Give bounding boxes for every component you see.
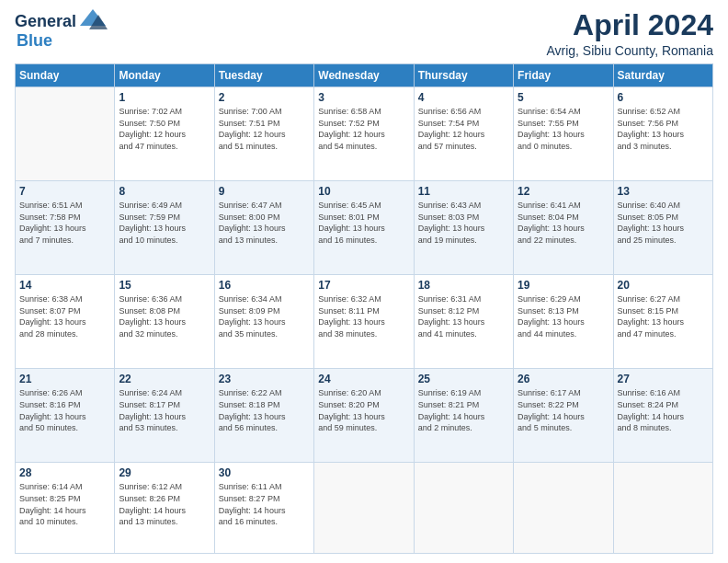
weekday-header-monday: Monday [115,64,214,87]
day-info: Sunrise: 6:34 AM Sunset: 8:09 PM Dayligh… [219,293,310,339]
day-info: Sunrise: 6:24 AM Sunset: 8:17 PM Dayligh… [119,387,210,433]
calendar-cell: 11Sunrise: 6:43 AM Sunset: 8:03 PM Dayli… [414,181,513,275]
day-info: Sunrise: 6:52 AM Sunset: 7:56 PM Dayligh… [618,106,709,152]
weekday-header-thursday: Thursday [414,64,513,87]
day-info: Sunrise: 6:51 AM Sunset: 7:58 PM Dayligh… [19,200,110,246]
day-info: Sunrise: 6:43 AM Sunset: 8:03 PM Dayligh… [418,200,509,246]
day-number: 15 [119,279,210,292]
calendar-cell: 12Sunrise: 6:41 AM Sunset: 8:04 PM Dayli… [514,181,613,275]
weekday-header-wednesday: Wednesday [314,64,414,87]
day-number: 28 [19,466,110,479]
day-number: 24 [318,373,409,385]
calendar-cell: 1Sunrise: 7:02 AM Sunset: 7:50 PM Daylig… [115,87,214,181]
weekday-header-sunday: Sunday [16,64,115,87]
calendar-cell: 18Sunrise: 6:31 AM Sunset: 8:12 PM Dayli… [414,275,513,369]
day-info: Sunrise: 6:16 AM Sunset: 8:24 PM Dayligh… [618,387,709,433]
calendar-week-row: 14Sunrise: 6:38 AM Sunset: 8:07 PM Dayli… [16,275,713,369]
calendar-cell [16,87,115,181]
page: General Blue April 2024 Avrig, Sibiu Cou… [0,0,728,563]
weekday-header-tuesday: Tuesday [214,64,313,87]
day-number: 2 [219,91,310,104]
calendar-cell: 13Sunrise: 6:40 AM Sunset: 8:05 PM Dayli… [613,181,712,275]
calendar-week-row: 28Sunrise: 6:14 AM Sunset: 8:25 PM Dayli… [16,463,713,554]
day-number: 11 [418,185,509,198]
calendar-cell: 6Sunrise: 6:52 AM Sunset: 7:56 PM Daylig… [613,87,712,181]
day-number: 9 [219,185,310,198]
day-info: Sunrise: 6:14 AM Sunset: 8:25 PM Dayligh… [19,481,110,527]
day-info: Sunrise: 6:26 AM Sunset: 8:16 PM Dayligh… [19,387,110,433]
day-info: Sunrise: 6:49 AM Sunset: 7:59 PM Dayligh… [119,200,210,246]
calendar-cell: 28Sunrise: 6:14 AM Sunset: 8:25 PM Dayli… [16,463,115,554]
day-info: Sunrise: 6:56 AM Sunset: 7:54 PM Dayligh… [418,106,509,152]
day-info: Sunrise: 6:20 AM Sunset: 8:20 PM Dayligh… [318,387,409,433]
day-number: 19 [518,279,609,292]
calendar-cell: 23Sunrise: 6:22 AM Sunset: 8:18 PM Dayli… [214,369,313,463]
calendar-cell: 10Sunrise: 6:45 AM Sunset: 8:01 PM Dayli… [314,181,414,275]
day-number: 6 [618,91,709,104]
weekday-header-friday: Friday [514,64,613,87]
logo-text: General [15,13,76,31]
logo-icon [78,7,108,33]
day-number: 26 [518,373,609,385]
day-number: 23 [219,373,310,385]
calendar-cell [314,463,414,554]
day-info: Sunrise: 6:11 AM Sunset: 8:27 PM Dayligh… [219,481,310,527]
day-info: Sunrise: 6:47 AM Sunset: 8:00 PM Dayligh… [219,200,310,246]
day-info: Sunrise: 6:45 AM Sunset: 8:01 PM Dayligh… [318,200,409,246]
day-number: 29 [119,466,210,479]
day-number: 21 [19,373,110,385]
day-info: Sunrise: 7:02 AM Sunset: 7:50 PM Dayligh… [119,106,210,152]
day-info: Sunrise: 6:32 AM Sunset: 8:11 PM Dayligh… [318,293,409,339]
calendar-cell: 30Sunrise: 6:11 AM Sunset: 8:27 PM Dayli… [214,463,313,554]
main-title: April 2024 [546,9,713,41]
calendar-cell: 15Sunrise: 6:36 AM Sunset: 8:08 PM Dayli… [115,275,214,369]
day-number: 22 [119,373,210,385]
day-info: Sunrise: 7:00 AM Sunset: 7:51 PM Dayligh… [219,106,310,152]
day-info: Sunrise: 6:29 AM Sunset: 8:13 PM Dayligh… [518,293,609,339]
weekday-header-saturday: Saturday [613,64,712,87]
calendar-cell: 14Sunrise: 6:38 AM Sunset: 8:07 PM Dayli… [16,275,115,369]
day-number: 5 [518,91,609,104]
calendar-cell: 21Sunrise: 6:26 AM Sunset: 8:16 PM Dayli… [16,369,115,463]
calendar-cell: 2Sunrise: 7:00 AM Sunset: 7:51 PM Daylig… [214,87,313,181]
calendar-cell [414,463,513,554]
calendar-cell: 22Sunrise: 6:24 AM Sunset: 8:17 PM Dayli… [115,369,214,463]
calendar-cell: 24Sunrise: 6:20 AM Sunset: 8:20 PM Dayli… [314,369,414,463]
calendar-cell: 16Sunrise: 6:34 AM Sunset: 8:09 PM Dayli… [214,275,313,369]
day-info: Sunrise: 6:58 AM Sunset: 7:52 PM Dayligh… [318,106,409,152]
day-number: 25 [418,373,509,385]
day-info: Sunrise: 6:38 AM Sunset: 8:07 PM Dayligh… [19,293,110,339]
day-number: 1 [119,91,210,104]
day-info: Sunrise: 6:12 AM Sunset: 8:26 PM Dayligh… [119,481,210,527]
calendar-cell: 20Sunrise: 6:27 AM Sunset: 8:15 PM Dayli… [613,275,712,369]
day-info: Sunrise: 6:36 AM Sunset: 8:08 PM Dayligh… [119,293,210,339]
calendar-cell: 17Sunrise: 6:32 AM Sunset: 8:11 PM Dayli… [314,275,414,369]
day-info: Sunrise: 6:54 AM Sunset: 7:55 PM Dayligh… [518,106,609,152]
calendar-week-row: 1Sunrise: 7:02 AM Sunset: 7:50 PM Daylig… [16,87,713,181]
logo-blue-line: Blue [17,31,108,51]
calendar-cell: 27Sunrise: 6:16 AM Sunset: 8:24 PM Dayli… [613,369,712,463]
calendar-cell: 8Sunrise: 6:49 AM Sunset: 7:59 PM Daylig… [115,181,214,275]
calendar-cell [514,463,613,554]
day-info: Sunrise: 6:40 AM Sunset: 8:05 PM Dayligh… [618,200,709,246]
calendar-cell: 26Sunrise: 6:17 AM Sunset: 8:22 PM Dayli… [514,369,613,463]
day-number: 17 [318,279,409,292]
day-info: Sunrise: 6:41 AM Sunset: 8:04 PM Dayligh… [518,200,609,246]
day-number: 14 [19,279,110,292]
calendar-week-row: 7Sunrise: 6:51 AM Sunset: 7:58 PM Daylig… [16,181,713,275]
day-info: Sunrise: 6:22 AM Sunset: 8:18 PM Dayligh… [219,387,310,433]
day-number: 18 [418,279,509,292]
day-number: 30 [219,466,310,479]
day-number: 12 [518,185,609,198]
calendar-cell: 19Sunrise: 6:29 AM Sunset: 8:13 PM Dayli… [514,275,613,369]
day-number: 4 [418,91,509,104]
day-number: 7 [19,185,110,198]
day-number: 8 [119,185,210,198]
logo: General Blue [15,9,108,51]
calendar-cell: 4Sunrise: 6:56 AM Sunset: 7:54 PM Daylig… [414,87,513,181]
calendar-cell: 25Sunrise: 6:19 AM Sunset: 8:21 PM Dayli… [414,369,513,463]
day-info: Sunrise: 6:31 AM Sunset: 8:12 PM Dayligh… [418,293,509,339]
day-info: Sunrise: 6:17 AM Sunset: 8:22 PM Dayligh… [518,387,609,433]
calendar-table: SundayMondayTuesdayWednesdayThursdayFrid… [15,63,713,554]
day-info: Sunrise: 6:27 AM Sunset: 8:15 PM Dayligh… [618,293,709,339]
